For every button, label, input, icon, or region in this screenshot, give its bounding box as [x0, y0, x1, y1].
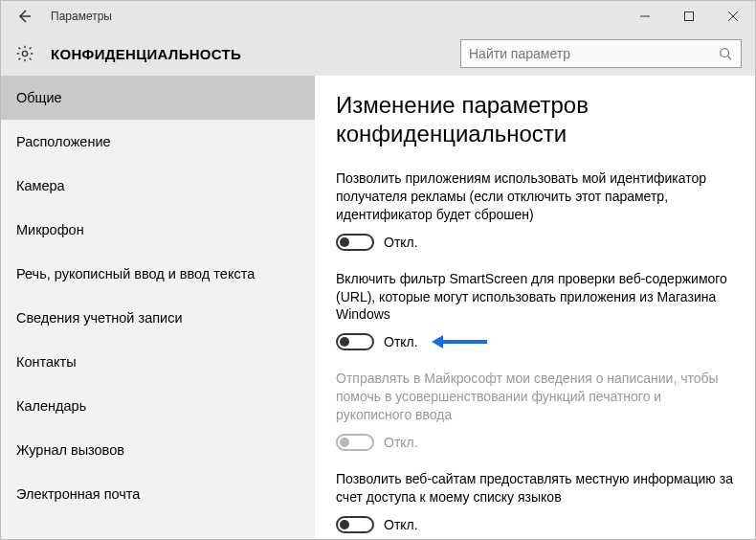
sidebar-item-7[interactable]: Календарь — [1, 384, 315, 428]
toggle-state-label: Откл. — [384, 334, 418, 349]
toggle-row: Откл. — [336, 434, 734, 451]
svg-point-4 — [22, 51, 27, 56]
search-box[interactable] — [460, 39, 742, 68]
minimize-icon — [640, 11, 650, 21]
search-input[interactable] — [469, 46, 718, 61]
titlebar: Параметры — [1, 1, 755, 32]
sidebar: ОбщиеРасположениеКамераМикрофонРечь, рук… — [1, 76, 315, 539]
sidebar-item-1[interactable]: Расположение — [1, 120, 315, 164]
back-button[interactable] — [11, 3, 37, 30]
sidebar-item-8[interactable]: Журнал вызовов — [1, 428, 315, 472]
svg-rect-1 — [685, 12, 694, 21]
sidebar-item-label: Журнал вызовов — [16, 442, 124, 458]
toggle-switch[interactable] — [336, 234, 374, 251]
setting-1: Включить фильтр SmartScreen для проверки… — [336, 270, 734, 351]
settings-list: Позволить приложениям использовать мой и… — [336, 169, 734, 533]
sidebar-item-label: Электронная почта — [16, 486, 140, 502]
search-icon — [718, 46, 733, 61]
sidebar-item-6[interactable]: Контакты — [1, 340, 315, 384]
sidebar-item-3[interactable]: Микрофон — [1, 208, 315, 252]
svg-point-5 — [721, 49, 729, 57]
toggle-row: Откл. — [336, 516, 734, 533]
sidebar-item-5[interactable]: Сведения учетной записи — [1, 296, 315, 340]
close-icon — [728, 11, 738, 21]
arrow-left-icon — [16, 9, 32, 24]
toggle-row: Откл. — [336, 333, 734, 350]
sidebar-item-label: Контакты — [16, 354, 77, 370]
sidebar-item-0[interactable]: Общие — [1, 76, 315, 120]
toggle-state-label: Откл. — [384, 235, 418, 250]
setting-2: Отправлять в Майкрософт мои сведения о н… — [336, 370, 734, 451]
sidebar-item-label: Сведения учетной записи — [16, 310, 183, 326]
sidebar-item-label: Расположение — [16, 134, 111, 149]
content: Изменение параметров конфиденциальности … — [315, 76, 755, 539]
minimize-button[interactable] — [623, 1, 667, 32]
maximize-icon — [684, 11, 694, 21]
toggle-knob — [340, 237, 349, 247]
sidebar-item-4[interactable]: Речь, рукописный ввод и ввод текста — [1, 252, 315, 296]
window-title: Параметры — [51, 10, 112, 23]
toggle-knob — [340, 438, 349, 447]
sidebar-item-label: Микрофон — [16, 222, 84, 237]
sidebar-item-9[interactable]: Электронная почта — [1, 472, 315, 516]
setting-description: Включить фильтр SmartScreen для проверки… — [336, 270, 734, 325]
toggle-knob — [340, 520, 349, 529]
toggle-state-label: Откл. — [384, 435, 418, 450]
setting-description: Позволить веб-сайтам предоставлять местн… — [336, 470, 734, 506]
sidebar-item-label: Речь, рукописный ввод и ввод текста — [16, 266, 255, 281]
sidebar-item-label: Календарь — [16, 398, 86, 414]
page-heading: Изменение параметров конфиденциальности — [336, 91, 734, 148]
hint-arrow-icon — [441, 340, 487, 344]
setting-description: Позволить приложениям использовать мой и… — [336, 169, 734, 224]
toggle-switch — [336, 434, 374, 451]
setting-0: Позволить приложениям использовать мой и… — [336, 169, 734, 251]
maximize-button[interactable] — [667, 1, 711, 32]
setting-description: Отправлять в Майкрософт мои сведения о н… — [336, 370, 734, 424]
body: ОбщиеРасположениеКамераМикрофонРечь, рук… — [1, 76, 755, 539]
setting-3: Позволить веб-сайтам предоставлять местн… — [336, 470, 734, 533]
toggle-switch[interactable] — [336, 333, 374, 350]
sidebar-item-2[interactable]: Камера — [1, 164, 315, 208]
toggle-switch[interactable] — [336, 516, 374, 533]
svg-line-6 — [728, 56, 732, 60]
header: КОНФИДЕНЦИАЛЬНОСТЬ — [1, 32, 755, 76]
close-button[interactable] — [711, 1, 755, 32]
sidebar-item-label: Камера — [16, 178, 65, 193]
toggle-knob — [340, 337, 349, 347]
toggle-row: Откл. — [336, 234, 734, 251]
toggle-state-label: Откл. — [384, 517, 418, 532]
settings-window: Параметры КОНФИДЕНЦИАЛЬНОСТЬ — [0, 0, 756, 540]
gear-icon — [14, 43, 35, 64]
sidebar-item-label: Общие — [16, 90, 62, 105]
category-title: КОНФИДЕНЦИАЛЬНОСТЬ — [51, 46, 241, 62]
